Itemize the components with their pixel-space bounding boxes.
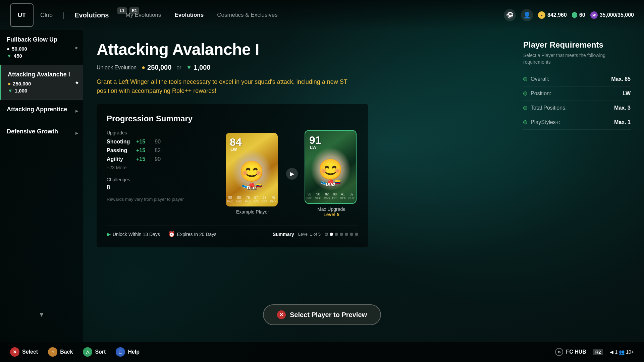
- level-dots: R: [325, 233, 358, 236]
- r1-badge: R1: [129, 7, 139, 14]
- cards-area: 84 LW 😊 👟 🔴 🇨🇴 Díaz 90 PAC: [226, 130, 358, 217]
- sp-currency: SP 35,000/35,000: [590, 11, 634, 19]
- coin-icon: ●: [142, 64, 145, 71]
- hub-icon: ⊙: [555, 348, 563, 356]
- req-dot-overall: [523, 77, 527, 81]
- action-sort[interactable]: △ Sort: [83, 347, 106, 357]
- stat-def: 41 DEF: [340, 192, 346, 200]
- position-label: Position:: [531, 90, 619, 97]
- progression-title: Progression Summary: [107, 114, 358, 123]
- nav-evolutions[interactable]: Evolutions: [74, 11, 109, 19]
- stat-phy: 75 PHY: [270, 196, 276, 203]
- summary-label: Summary: [273, 232, 294, 237]
- colombia-flag: 🇨🇴: [335, 179, 340, 185]
- select-player-button[interactable]: ✕ Select Player to Preview: [263, 304, 381, 325]
- o-controller-icon: ○: [48, 347, 57, 357]
- evolution-description: Grant a Left Winger all the tools necess…: [97, 77, 365, 96]
- sidebar-scroll-down-icon[interactable]: ▼: [38, 311, 45, 318]
- example-player-card: 84 LW 😊 👟 🔴 🇨🇴 Díaz 90 PAC: [226, 133, 279, 215]
- more-upgrades: +23 More: [107, 165, 212, 170]
- overall-value: Max. 85: [611, 76, 631, 82]
- card-name: Díaz: [326, 182, 335, 187]
- card-stats-example: 90 PAC 80 SHO 75 PAS: [226, 196, 278, 203]
- stat-pas: 75 PAS: [245, 196, 251, 203]
- bottom-bar: ✕ Select ○ Back △ Sort □ Help ⊙ FC HUB R…: [0, 342, 644, 362]
- or-separator: or: [176, 65, 181, 71]
- stat-def: 39 DEF: [261, 196, 267, 203]
- sidebar-arrow-icon: ►: [74, 130, 79, 136]
- nav-club[interactable]: Club: [40, 12, 53, 19]
- upgrade-passing: Passing +15 | 82: [107, 147, 212, 154]
- triangle-controller-icon: △: [83, 347, 92, 357]
- dot-5: [350, 233, 353, 236]
- challenges-section: Challenges 8: [107, 177, 212, 191]
- fc-hub-button[interactable]: ⊙ FC HUB: [555, 348, 586, 356]
- card-name: Díaz: [247, 185, 257, 190]
- progression-panel: Progression Summary Upgrades Shooting +1…: [97, 104, 368, 247]
- playstyles-label: PlayStyles+:: [531, 119, 611, 125]
- team-badge[interactable]: ⚽: [504, 9, 516, 21]
- requirements-subtitle: Select a Player that meets the following…: [523, 52, 631, 65]
- profile-badge[interactable]: 👤: [521, 9, 533, 21]
- dot-1: [330, 233, 333, 236]
- total-positions-value: Max. 3: [614, 105, 631, 111]
- stat-phy: 82 PHY: [348, 192, 355, 200]
- unlock-label: Unlock Evolution: [97, 65, 137, 71]
- upgrade-agility: Agility +15 | 90: [107, 156, 212, 162]
- select-player-text: Select Player to Preview: [290, 311, 367, 319]
- sidebar-costs: ● 50,000 ▼ 450: [7, 46, 76, 59]
- nav-cosmetics[interactable]: Cosmetics & Exclusives: [217, 12, 277, 18]
- dot-4: [345, 233, 348, 236]
- square-controller-icon: □: [116, 347, 125, 357]
- max-upgrade-level: Level 5: [305, 212, 358, 217]
- coins-currency: ● 842,960: [538, 11, 567, 19]
- ut-logo: UT: [10, 3, 34, 27]
- card-position: LW: [230, 147, 237, 152]
- clock-icon: ⏰: [168, 231, 175, 237]
- total-positions-label: Total Positions:: [531, 105, 611, 111]
- action-back[interactable]: ○ Back: [48, 347, 73, 357]
- sidebar-item-title: Defensive Growth: [7, 128, 76, 135]
- sidebar-item-fullback-glow-up[interactable]: Fullback Glow Up ● 50,000 ▼ 450 ►: [0, 30, 83, 65]
- colombia-flag: 🇨🇴: [256, 183, 262, 188]
- upgrades-label: Upgrades: [107, 130, 212, 135]
- cost-coins-row: ● 50,000: [7, 46, 76, 52]
- sidebar-item-defensive-growth[interactable]: Defensive Growth ►: [0, 122, 83, 144]
- card-position: LW: [310, 145, 317, 150]
- dot-2: [335, 233, 338, 236]
- req-overall: Overall: Max. 85: [523, 72, 631, 86]
- sidebar-costs: ● 250,000 ▼ 1,000: [8, 81, 76, 94]
- overall-label: Overall:: [531, 76, 608, 82]
- cost-points-row: ▼ 1,000: [8, 88, 76, 94]
- shield-green-icon: [572, 12, 577, 18]
- upgrades-section: Upgrades Shooting +15 | 90 Passing +15 |…: [107, 130, 212, 217]
- sidebar-arrow-icon: ►: [74, 108, 79, 114]
- coin-gold-icon: ●: [538, 11, 545, 19]
- panel-body: Upgrades Shooting +15 | 90 Passing +15 |…: [107, 130, 358, 217]
- playstyles-value: Max. 1: [614, 119, 631, 125]
- level-text: Level 1 of 5: [298, 232, 321, 237]
- sidebar-item-attacking-avalanche[interactable]: Attacking Avalanche I ● 250,000 ▼ 1,000 …: [0, 65, 83, 100]
- nav-evolutions-sub[interactable]: Evolutions: [174, 12, 204, 18]
- shield-icon: ▼: [186, 65, 192, 71]
- rewards-note: Rewards may vary from player to player: [107, 196, 212, 203]
- expires-days-tag: ⏰ Expires In 20 Days: [168, 231, 217, 237]
- l1-badge: L1: [117, 7, 127, 14]
- stat-sho: 80 SHO: [236, 196, 243, 203]
- stat-sho: 90 SHO: [315, 192, 322, 200]
- stat-dri: 88 DRI: [332, 192, 338, 200]
- nav-links: Club | Evolutions My Evolutions Evolutio…: [40, 11, 504, 19]
- req-dot-total-positions: [523, 106, 527, 110]
- x-button-icon: ✕: [277, 310, 286, 319]
- unlock-cost-coins: ● 250,000: [142, 64, 171, 71]
- action-help[interactable]: □ Help: [116, 347, 140, 357]
- main-content: Attacking Avalanche I Unlock Evolution ●…: [83, 30, 644, 342]
- coin-icon: ●: [7, 46, 10, 52]
- requirements-panel: Player Requirements Select a Player that…: [523, 40, 631, 130]
- sidebar-item-attacking-apprentice[interactable]: Attacking Apprentice ►: [0, 100, 83, 122]
- dot-6: [355, 233, 358, 236]
- action-select[interactable]: ✕ Select: [10, 347, 38, 357]
- shield-icon: ▼: [7, 53, 12, 59]
- next-arrow-button[interactable]: ▶: [286, 168, 298, 180]
- cost-points-row: ▼ 450: [7, 53, 76, 59]
